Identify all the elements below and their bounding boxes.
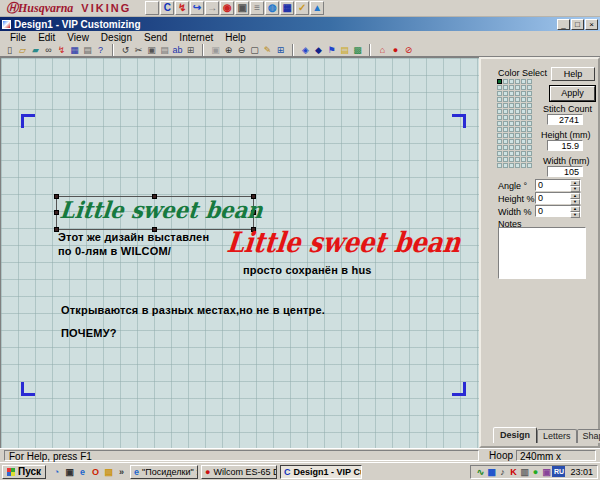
minimize-button[interactable]: _ bbox=[557, 19, 570, 30]
color-swatch[interactable] bbox=[509, 121, 514, 126]
color-swatch[interactable] bbox=[527, 163, 532, 168]
menu-help[interactable]: Help bbox=[219, 32, 252, 43]
maximize-button[interactable]: □ bbox=[571, 19, 584, 30]
color-swatch[interactable] bbox=[527, 115, 532, 120]
user-icon[interactable]: ▲ bbox=[310, 1, 324, 15]
color-swatch[interactable] bbox=[497, 103, 502, 108]
send-link-icon[interactable]: ↯ bbox=[55, 43, 68, 56]
desktop-icon[interactable]: ◔ bbox=[51, 466, 62, 478]
selection-handle[interactable] bbox=[54, 194, 59, 199]
language-indicator[interactable]: RU bbox=[552, 466, 565, 477]
annotation-text[interactable]: ПОЧЕМУ? bbox=[61, 327, 117, 339]
table-icon[interactable]: ⊞ bbox=[274, 43, 287, 56]
pointer-icon[interactable]: → bbox=[205, 1, 219, 15]
color-swatch[interactable] bbox=[521, 151, 526, 156]
paint-app-icon[interactable]: ▣ bbox=[541, 466, 551, 478]
color-swatch[interactable] bbox=[515, 91, 520, 96]
color-swatch[interactable] bbox=[509, 151, 514, 156]
menu-send[interactable]: Send bbox=[138, 32, 173, 43]
color-swatch[interactable] bbox=[503, 127, 508, 132]
color-swatch[interactable] bbox=[521, 157, 526, 162]
color-swatch[interactable] bbox=[497, 151, 502, 156]
taskbar-button-posidelki[interactable]: e "Посиделки" :: Главная ... bbox=[130, 465, 198, 479]
grid-icon[interactable]: ⊞ bbox=[184, 43, 197, 56]
annotation-text[interactable]: просто сохранён в hus bbox=[243, 264, 372, 276]
stitch-graph-icon[interactable]: ↯ bbox=[175, 1, 189, 15]
wilcom-c-icon[interactable]: C bbox=[160, 1, 174, 15]
globe-icon[interactable]: ◍ bbox=[265, 1, 279, 15]
color-swatch[interactable] bbox=[515, 139, 520, 144]
color-swatch[interactable] bbox=[521, 115, 526, 120]
color-swatch[interactable] bbox=[503, 79, 508, 84]
color-swatch[interactable] bbox=[509, 103, 514, 108]
note-icon[interactable]: ▤ bbox=[338, 43, 351, 56]
color-swatch[interactable] bbox=[521, 85, 526, 90]
help-button[interactable]: Help bbox=[551, 67, 595, 81]
color-swatch[interactable] bbox=[527, 97, 532, 102]
color-swatch[interactable] bbox=[509, 133, 514, 138]
color-swatch[interactable] bbox=[521, 121, 526, 126]
color-swatch[interactable] bbox=[521, 103, 526, 108]
menu-internet[interactable]: Internet bbox=[173, 32, 219, 43]
apply-button[interactable]: Apply bbox=[550, 86, 595, 101]
draw-icon[interactable]: ✎ bbox=[261, 43, 274, 56]
view-stitch-icon[interactable]: ◆ bbox=[312, 43, 325, 56]
color-swatch[interactable] bbox=[497, 109, 502, 114]
color-swatch[interactable] bbox=[503, 109, 508, 114]
save-disk-icon[interactable]: ▦ bbox=[280, 1, 294, 15]
stop-icon[interactable]: ⊘ bbox=[402, 43, 415, 56]
realistic-icon[interactable]: ● bbox=[389, 43, 402, 56]
color-swatch[interactable] bbox=[497, 97, 502, 102]
annotation-text[interactable]: по 0-лям в WILCOM/ bbox=[58, 245, 171, 257]
color-swatch[interactable] bbox=[515, 115, 520, 120]
color-swatch[interactable] bbox=[503, 115, 508, 120]
color-swatch[interactable] bbox=[527, 127, 532, 132]
cut-icon[interactable]: ✂ bbox=[132, 43, 145, 56]
color-swatch[interactable] bbox=[509, 109, 514, 114]
opera-icon[interactable]: O bbox=[90, 466, 101, 478]
color-swatch[interactable] bbox=[503, 163, 508, 168]
angle-spinner[interactable]: 0 ▲▼ bbox=[535, 179, 581, 191]
viewer-icon[interactable]: ▤ bbox=[103, 466, 114, 478]
color-swatch[interactable] bbox=[527, 109, 532, 114]
color-swatch[interactable] bbox=[515, 151, 520, 156]
hoop-home-icon[interactable]: ⌂ bbox=[376, 43, 389, 56]
color-swatch[interactable] bbox=[521, 133, 526, 138]
insert-icon[interactable]: ▰ bbox=[29, 43, 42, 56]
title-bar[interactable]: Design1 - VIP Customizing _ □ × bbox=[0, 17, 600, 31]
find-icon[interactable]: ∞ bbox=[42, 43, 55, 56]
menu-view[interactable]: View bbox=[61, 32, 95, 43]
menu-file[interactable]: File bbox=[4, 32, 32, 43]
window-app-icon[interactable]: ▦ bbox=[486, 466, 496, 478]
color-swatch[interactable] bbox=[521, 127, 526, 132]
color-swatch[interactable] bbox=[521, 91, 526, 96]
copy-icon[interactable]: ▣ bbox=[145, 43, 158, 56]
color-swatch[interactable] bbox=[503, 85, 508, 90]
check-icon[interactable]: ✓ bbox=[295, 1, 309, 15]
paste-icon[interactable]: ▤ bbox=[158, 43, 171, 56]
tab-shapes[interactable]: Shapes bbox=[577, 429, 600, 443]
context-help-icon[interactable]: ? bbox=[94, 43, 107, 56]
taskbar-button-design1[interactable]: C Design1 - VIP Customi... bbox=[280, 465, 362, 479]
color-swatch[interactable] bbox=[503, 97, 508, 102]
zoom-out-icon[interactable]: ⊖ bbox=[235, 43, 248, 56]
color-swatch[interactable] bbox=[527, 145, 532, 150]
color-swatch[interactable] bbox=[497, 145, 502, 150]
color-swatch[interactable] bbox=[515, 163, 520, 168]
start-button[interactable]: Пуск bbox=[2, 465, 46, 479]
annotation-text[interactable]: Этот же дизайн выставлен bbox=[58, 231, 209, 243]
taskbar-button-wilcom[interactable]: ● Wilcom ES-65 Designer - [... bbox=[201, 465, 277, 479]
undo-icon[interactable]: ↺ bbox=[119, 43, 132, 56]
color-swatch[interactable] bbox=[509, 139, 514, 144]
antivirus-icon[interactable]: ∿ bbox=[475, 466, 485, 478]
embroidery-text-red[interactable]: Little sweet bean bbox=[225, 226, 462, 259]
color-swatch[interactable] bbox=[515, 133, 520, 138]
color-swatch[interactable] bbox=[509, 145, 514, 150]
selection-rectangle[interactable]: Little sweet bean bbox=[56, 196, 254, 230]
color-swatch[interactable] bbox=[497, 139, 502, 144]
annotation-text[interactable]: Открываются в разных местах,но не в цент… bbox=[61, 304, 325, 316]
tab-letters[interactable]: Letters bbox=[537, 429, 577, 443]
color-swatch[interactable] bbox=[497, 91, 502, 96]
color-swatch[interactable] bbox=[509, 157, 514, 162]
color-swatch[interactable] bbox=[509, 97, 514, 102]
